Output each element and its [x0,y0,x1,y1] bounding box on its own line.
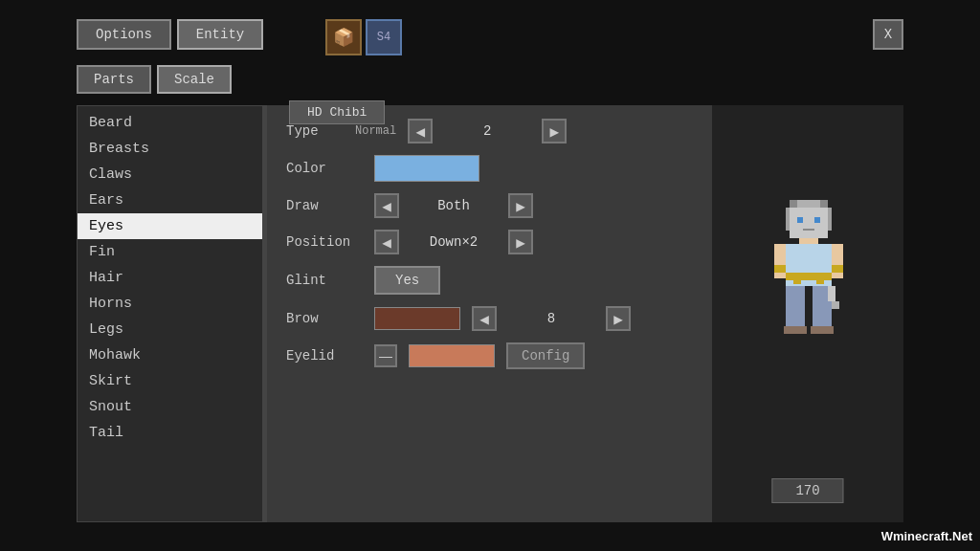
close-button[interactable]: X [873,19,903,50]
parts-item-claws[interactable]: Claws [78,162,262,187]
svg-rect-16 [774,265,786,273]
eyelid-label: Eyelid [286,348,363,364]
svg-rect-14 [774,244,786,278]
type-value: 2 [444,123,530,139]
package-icons: 📦 S4 [325,19,402,55]
position-row: Position ◀ Down×2 ▶ [286,230,693,254]
main-panel: Beard Breasts Claws Ears Eyes Fin Hair H… [77,105,903,522]
position-label: Position [286,234,363,250]
parts-list: Beard Breasts Claws Ears Eyes Fin Hair H… [77,105,263,522]
svg-rect-23 [832,301,839,309]
hd-chibi-tooltip: HD Chibi [289,100,385,124]
draw-row: Draw ◀ Both ▶ [286,193,693,218]
brow-value: 8 [508,311,594,326]
type-normal-label: Normal [355,124,396,138]
type-label: Type [286,123,363,139]
package-icon-2[interactable]: S4 [366,19,402,55]
svg-rect-6 [797,217,803,223]
brow-row: Brow ◀ 8 ▶ [286,306,693,331]
parts-item-eyes[interactable]: Eyes [78,213,262,239]
watermark-suffix: .Net [948,529,972,543]
parts-item-mohawk[interactable]: Mohawk [78,342,262,368]
parts-item-fin[interactable]: Fin [78,239,262,265]
parts-item-tail[interactable]: Tail [78,420,262,446]
svg-rect-2 [828,208,832,231]
scale-button[interactable]: Scale [157,65,232,94]
eyelid-minus-button[interactable]: — [374,344,397,367]
brow-label: Brow [286,311,363,326]
parts-item-breasts[interactable]: Breasts [78,136,262,162]
sub-bar: Parts Scale [77,65,232,94]
svg-rect-13 [816,280,824,284]
brow-left-arrow[interactable]: ◀ [472,306,497,331]
character-preview [755,200,860,420]
draw-right-arrow[interactable]: ▶ [508,193,533,218]
svg-rect-17 [832,265,843,273]
eyelid-row: Eyelid — Config [286,342,693,369]
parts-item-ears[interactable]: Ears [78,187,262,213]
watermark: Wminecraft.Net [881,529,972,543]
config-button[interactable]: Config [506,342,585,369]
draw-left-arrow[interactable]: ◀ [374,193,399,218]
color-swatch[interactable] [374,155,479,182]
parts-item-horns[interactable]: Horns [78,291,262,317]
svg-rect-1 [786,208,790,231]
position-value: Down×2 [411,234,497,250]
svg-rect-0 [790,204,828,238]
svg-rect-20 [784,326,807,334]
parts-button[interactable]: Parts [77,65,151,94]
svg-rect-11 [786,273,832,280]
position-left-arrow[interactable]: ◀ [374,230,399,254]
svg-rect-15 [832,244,843,278]
watermark-prefix: Wminecraft [881,529,949,543]
svg-rect-5 [820,200,828,208]
glint-label: Glint [286,273,363,288]
svg-rect-22 [828,286,835,301]
settings-panel: Type Normal ◀ 2 ▶ Color Draw ◀ Both ▶ Po… [267,105,712,522]
svg-rect-18 [786,286,805,328]
brow-right-arrow[interactable]: ▶ [606,306,631,331]
draw-value: Both [411,198,497,213]
color-label: Color [286,161,363,176]
height-indicator: 170 [771,478,843,503]
entity-button[interactable]: Entity [177,19,263,50]
svg-rect-7 [814,217,820,223]
package-icon-1[interactable]: 📦 [325,19,362,55]
glint-row: Glint Yes [286,266,693,295]
options-button[interactable]: Options [77,19,171,50]
eyelid-swatch[interactable] [409,344,495,367]
parts-item-hair[interactable]: Hair [78,265,262,291]
draw-label: Draw [286,198,363,213]
parts-item-beard[interactable]: Beard [78,110,262,136]
svg-rect-12 [793,280,801,284]
top-bar: Options Entity [77,19,263,50]
parts-item-legs[interactable]: Legs [78,317,262,342]
type-left-arrow[interactable]: ◀ [408,119,433,143]
glint-button[interactable]: Yes [374,266,440,295]
brow-swatch[interactable] [374,307,460,330]
position-right-arrow[interactable]: ▶ [508,230,533,254]
svg-rect-4 [790,200,797,208]
preview-area: 170 [712,105,903,522]
svg-rect-8 [803,229,814,231]
parts-item-snout[interactable]: Snout [78,394,262,420]
svg-rect-21 [811,326,834,334]
color-row: Color [286,155,693,182]
svg-rect-9 [799,238,818,244]
type-right-arrow[interactable]: ▶ [542,119,567,143]
parts-item-skirt[interactable]: Skirt [78,368,262,394]
